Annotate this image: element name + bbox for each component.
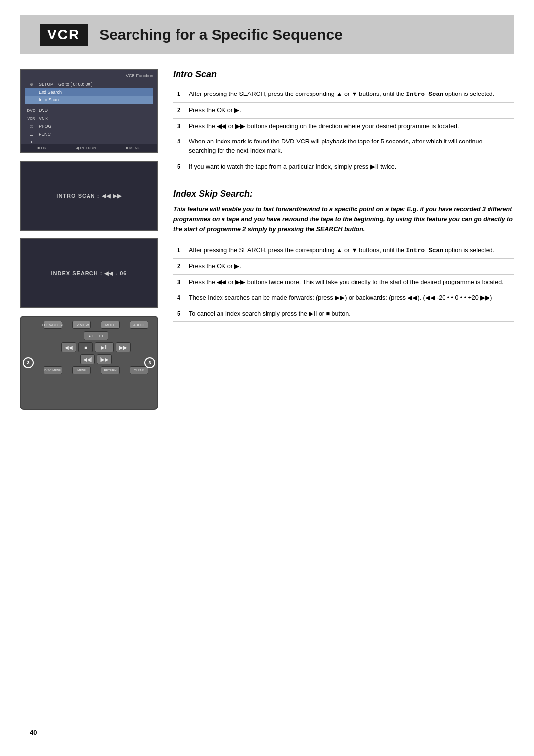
nav-row: ◀◀| |▶▶: [39, 354, 153, 364]
index-step-1: 1 After pressing the SEARCH, press the c…: [173, 243, 514, 259]
step-num-2: 2: [173, 102, 185, 118]
menu-bottom-bar: ■ OK ◀ RETURN ■ MENU: [21, 144, 157, 152]
menu-row-intro-scan: Intro Scan: [25, 96, 153, 104]
clear-btn[interactable]: CLEAR: [130, 366, 148, 374]
circle-3-right: 3: [144, 357, 155, 368]
remote-top-row: OPEN/CLOSE EZ VIEW MUTE AUDIO: [39, 321, 153, 329]
index-step-2: 2 Press the OK or ▶.: [173, 259, 514, 275]
intro-step-3: 3 Press the ◀◀ or ▶▶ buttons depending o…: [173, 118, 514, 134]
menu-row-dvd: DVD DVD: [25, 106, 153, 114]
vcr-icon: VCR: [27, 115, 36, 121]
intro-scan-icon: [27, 97, 36, 103]
menu-btn[interactable]: MENU: [72, 366, 91, 374]
index-step-4: 4 These Index searches can be made forwa…: [173, 290, 514, 306]
index-skip-description: This feature will enable you to fast for…: [173, 204, 514, 234]
audio-btn[interactable]: AUDIO: [130, 321, 148, 329]
intro-scan-steps: 1 After pressing the SEARCH, press the c…: [173, 87, 514, 175]
step-num-4: 4: [173, 134, 185, 159]
eject-btn[interactable]: ▲ EJECT: [84, 331, 108, 340]
prog-icon: ◎: [27, 123, 36, 129]
index-step-5: 5 To cancel an Index search simply press…: [173, 306, 514, 322]
index-step-3: 3 Press the ◀◀ or ▶▶ buttons twice more.…: [173, 275, 514, 290]
mute-btn[interactable]: MUTE: [101, 321, 120, 329]
rew-btn[interactable]: ◀◀: [61, 342, 76, 352]
page-title: Searching for a Specific Sequence: [99, 26, 343, 43]
menu-row-setup: ⚙ SETUP Go to [ 0: 00: 00 ]: [25, 80, 153, 88]
intro-scan-screen: INTRO SCAN : ◀◀ ▶▶: [20, 161, 158, 231]
step-text-1: After pressing the SEARCH, press the cor…: [185, 87, 514, 102]
index-step-num-2: 2: [173, 259, 185, 275]
menu-row-vcr: VCR VCR: [25, 114, 153, 122]
play-pause-btn[interactable]: ▶II: [95, 342, 114, 352]
step-text-4: When an Index mark is found the DVD-VCR …: [185, 134, 514, 159]
page-number: 40: [30, 729, 37, 736]
stop-btn[interactable]: ■: [78, 342, 93, 352]
ff-btn[interactable]: ▶▶: [116, 342, 131, 352]
open-close-btn[interactable]: OPEN/CLOSE: [44, 321, 62, 329]
step-text-2: Press the OK or ▶.: [185, 102, 514, 118]
intro-scan-label: INTRO SCAN : ◀◀ ▶▶: [56, 193, 121, 199]
vcr-badge: VCR: [40, 24, 88, 46]
menu-row-end-search: End Search: [25, 88, 153, 96]
index-step-text-1: After pressing the SEARCH, press the cor…: [185, 243, 514, 259]
ez-view-btn[interactable]: EZ VIEW: [72, 321, 91, 329]
left-column: VCR Function ⚙ SETUP Go to [ 0: 00: 00 ]…: [20, 69, 158, 410]
intro-scan-title: Intro Scan: [173, 69, 514, 80]
index-skip-title: Index Skip Search:: [173, 189, 514, 199]
bottom-menu: ■ MENU: [126, 146, 141, 150]
transport-row: ◀◀ ■ ▶II ▶▶: [39, 342, 153, 352]
index-step-text-5: To cancel an Index search simply press t…: [185, 306, 514, 322]
index-search-label: INDEX SEARCH : ◀◀ - 06: [51, 270, 127, 277]
gear-icon: ⚙: [27, 81, 36, 87]
prev-btn[interactable]: ◀◀|: [80, 354, 95, 364]
disc-menu-btn[interactable]: DISC MENU: [44, 366, 62, 374]
index-step-num-1: 1: [173, 243, 185, 259]
next-btn[interactable]: |▶▶: [97, 354, 112, 364]
func-icon: ☰: [27, 131, 36, 137]
remote-control: 3 OPEN/CLOSE EZ VIEW MUTE AUDIO ▲ EJECT …: [20, 316, 158, 410]
menu-screen: VCR Function ⚙ SETUP Go to [ 0: 00: 00 ]…: [20, 69, 158, 153]
intro-step-1: 1 After pressing the SEARCH, press the c…: [173, 87, 514, 102]
intro-step-4: 4 When an Index mark is found the DVD-VC…: [173, 134, 514, 159]
bottom-ok: ■ OK: [38, 146, 47, 150]
index-skip-steps: 1 After pressing the SEARCH, press the c…: [173, 243, 514, 322]
index-step-num-5: 5: [173, 306, 185, 322]
remote-bottom-row: DISC MENU MENU RETURN CLEAR: [39, 366, 153, 374]
index-step-text-4: These Index searches can be made forward…: [185, 290, 514, 306]
index-search-screen: INDEX SEARCH : ◀◀ - 06: [20, 238, 158, 308]
dvd-icon: DVD: [27, 107, 36, 113]
step-num-1: 1: [173, 87, 185, 102]
step-num-3: 3: [173, 118, 185, 134]
step-text-5: If you want to watch the tape from a par…: [185, 159, 514, 175]
end-search-icon: [27, 89, 36, 95]
index-step-num-3: 3: [173, 275, 185, 290]
intro-step-5: 5 If you want to watch the tape from a p…: [173, 159, 514, 175]
bottom-return: ◀ RETURN: [76, 146, 96, 150]
main-content: VCR Function ⚙ SETUP Go to [ 0: 00: 00 ]…: [0, 54, 534, 425]
step-num-5: 5: [173, 159, 185, 175]
step-text-3: Press the ◀◀ or ▶▶ buttons depending on …: [185, 118, 514, 134]
vcr-function-label: VCR Function: [25, 73, 153, 78]
right-column: Intro Scan 1 After pressing the SEARCH, …: [173, 69, 514, 410]
menu-row-prog: ◎ PROG: [25, 122, 153, 130]
index-step-text-2: Press the OK or ▶.: [185, 259, 514, 275]
page-header: VCR Searching for a Specific Sequence: [20, 15, 514, 54]
menu-row-func: ☰ FUNC: [25, 130, 153, 138]
index-step-text-3: Press the ◀◀ or ▶▶ buttons twice more. T…: [185, 275, 514, 290]
intro-step-2: 2 Press the OK or ▶.: [173, 102, 514, 118]
index-step-num-4: 4: [173, 290, 185, 306]
circle-3-left: 3: [23, 357, 34, 368]
return-btn[interactable]: RETURN: [101, 366, 120, 374]
